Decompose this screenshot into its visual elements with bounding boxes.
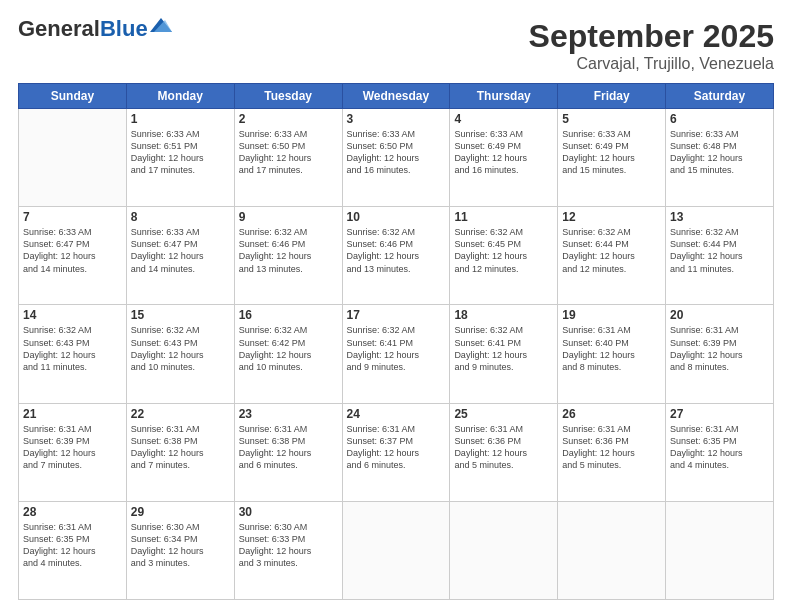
day-info: Sunrise: 6:33 AM Sunset: 6:50 PM Dayligh… (347, 128, 446, 177)
day-number: 29 (131, 505, 230, 519)
day-info: Sunrise: 6:32 AM Sunset: 6:44 PM Dayligh… (562, 226, 661, 275)
day-number: 16 (239, 308, 338, 322)
day-info: Sunrise: 6:31 AM Sunset: 6:37 PM Dayligh… (347, 423, 446, 472)
table-row (450, 501, 558, 599)
logo-text: GeneralBlue (18, 18, 148, 40)
table-row: 26Sunrise: 6:31 AM Sunset: 6:36 PM Dayli… (558, 403, 666, 501)
title-block: September 2025 Carvajal, Trujillo, Venez… (529, 18, 774, 73)
day-info: Sunrise: 6:30 AM Sunset: 6:33 PM Dayligh… (239, 521, 338, 570)
day-info: Sunrise: 6:32 AM Sunset: 6:42 PM Dayligh… (239, 324, 338, 373)
table-row: 19Sunrise: 6:31 AM Sunset: 6:40 PM Dayli… (558, 305, 666, 403)
day-info: Sunrise: 6:30 AM Sunset: 6:34 PM Dayligh… (131, 521, 230, 570)
day-number: 22 (131, 407, 230, 421)
day-info: Sunrise: 6:33 AM Sunset: 6:47 PM Dayligh… (131, 226, 230, 275)
day-info: Sunrise: 6:31 AM Sunset: 6:40 PM Dayligh… (562, 324, 661, 373)
day-number: 27 (670, 407, 769, 421)
day-info: Sunrise: 6:31 AM Sunset: 6:35 PM Dayligh… (670, 423, 769, 472)
col-monday: Monday (126, 84, 234, 109)
day-info: Sunrise: 6:32 AM Sunset: 6:46 PM Dayligh… (239, 226, 338, 275)
table-row: 6Sunrise: 6:33 AM Sunset: 6:48 PM Daylig… (666, 109, 774, 207)
table-row (19, 109, 127, 207)
table-row: 24Sunrise: 6:31 AM Sunset: 6:37 PM Dayli… (342, 403, 450, 501)
day-info: Sunrise: 6:32 AM Sunset: 6:43 PM Dayligh… (23, 324, 122, 373)
day-info: Sunrise: 6:33 AM Sunset: 6:49 PM Dayligh… (562, 128, 661, 177)
table-row: 29Sunrise: 6:30 AM Sunset: 6:34 PM Dayli… (126, 501, 234, 599)
day-number: 5 (562, 112, 661, 126)
day-info: Sunrise: 6:31 AM Sunset: 6:36 PM Dayligh… (454, 423, 553, 472)
table-row: 17Sunrise: 6:32 AM Sunset: 6:41 PM Dayli… (342, 305, 450, 403)
table-row: 13Sunrise: 6:32 AM Sunset: 6:44 PM Dayli… (666, 207, 774, 305)
day-number: 15 (131, 308, 230, 322)
day-number: 18 (454, 308, 553, 322)
calendar-week-row: 14Sunrise: 6:32 AM Sunset: 6:43 PM Dayli… (19, 305, 774, 403)
day-number: 25 (454, 407, 553, 421)
day-number: 7 (23, 210, 122, 224)
day-info: Sunrise: 6:31 AM Sunset: 6:39 PM Dayligh… (670, 324, 769, 373)
calendar-week-row: 21Sunrise: 6:31 AM Sunset: 6:39 PM Dayli… (19, 403, 774, 501)
day-number: 19 (562, 308, 661, 322)
table-row: 2Sunrise: 6:33 AM Sunset: 6:50 PM Daylig… (234, 109, 342, 207)
table-row: 7Sunrise: 6:33 AM Sunset: 6:47 PM Daylig… (19, 207, 127, 305)
day-info: Sunrise: 6:31 AM Sunset: 6:38 PM Dayligh… (239, 423, 338, 472)
day-number: 14 (23, 308, 122, 322)
day-number: 13 (670, 210, 769, 224)
day-info: Sunrise: 6:32 AM Sunset: 6:41 PM Dayligh… (454, 324, 553, 373)
day-info: Sunrise: 6:32 AM Sunset: 6:43 PM Dayligh… (131, 324, 230, 373)
col-friday: Friday (558, 84, 666, 109)
day-info: Sunrise: 6:31 AM Sunset: 6:36 PM Dayligh… (562, 423, 661, 472)
day-info: Sunrise: 6:31 AM Sunset: 6:38 PM Dayligh… (131, 423, 230, 472)
table-row: 25Sunrise: 6:31 AM Sunset: 6:36 PM Dayli… (450, 403, 558, 501)
day-info: Sunrise: 6:33 AM Sunset: 6:48 PM Dayligh… (670, 128, 769, 177)
day-number: 6 (670, 112, 769, 126)
day-info: Sunrise: 6:31 AM Sunset: 6:35 PM Dayligh… (23, 521, 122, 570)
day-number: 12 (562, 210, 661, 224)
table-row: 5Sunrise: 6:33 AM Sunset: 6:49 PM Daylig… (558, 109, 666, 207)
day-number: 26 (562, 407, 661, 421)
day-info: Sunrise: 6:33 AM Sunset: 6:50 PM Dayligh… (239, 128, 338, 177)
table-row: 18Sunrise: 6:32 AM Sunset: 6:41 PM Dayli… (450, 305, 558, 403)
day-number: 11 (454, 210, 553, 224)
day-number: 17 (347, 308, 446, 322)
table-row: 22Sunrise: 6:31 AM Sunset: 6:38 PM Dayli… (126, 403, 234, 501)
page-title: September 2025 (529, 18, 774, 55)
calendar-header-row: Sunday Monday Tuesday Wednesday Thursday… (19, 84, 774, 109)
logo: GeneralBlue (18, 18, 172, 40)
col-wednesday: Wednesday (342, 84, 450, 109)
day-number: 10 (347, 210, 446, 224)
table-row (342, 501, 450, 599)
page: GeneralBlue September 2025 Carvajal, Tru… (0, 0, 792, 612)
day-info: Sunrise: 6:32 AM Sunset: 6:41 PM Dayligh… (347, 324, 446, 373)
day-number: 2 (239, 112, 338, 126)
table-row: 11Sunrise: 6:32 AM Sunset: 6:45 PM Dayli… (450, 207, 558, 305)
day-number: 30 (239, 505, 338, 519)
calendar-table: Sunday Monday Tuesday Wednesday Thursday… (18, 83, 774, 600)
table-row: 4Sunrise: 6:33 AM Sunset: 6:49 PM Daylig… (450, 109, 558, 207)
day-number: 23 (239, 407, 338, 421)
day-number: 9 (239, 210, 338, 224)
day-number: 20 (670, 308, 769, 322)
header: GeneralBlue September 2025 Carvajal, Tru… (18, 18, 774, 73)
day-info: Sunrise: 6:33 AM Sunset: 6:49 PM Dayligh… (454, 128, 553, 177)
table-row (558, 501, 666, 599)
table-row: 28Sunrise: 6:31 AM Sunset: 6:35 PM Dayli… (19, 501, 127, 599)
table-row: 8Sunrise: 6:33 AM Sunset: 6:47 PM Daylig… (126, 207, 234, 305)
table-row: 30Sunrise: 6:30 AM Sunset: 6:33 PM Dayli… (234, 501, 342, 599)
day-info: Sunrise: 6:31 AM Sunset: 6:39 PM Dayligh… (23, 423, 122, 472)
day-info: Sunrise: 6:33 AM Sunset: 6:47 PM Dayligh… (23, 226, 122, 275)
col-saturday: Saturday (666, 84, 774, 109)
page-subtitle: Carvajal, Trujillo, Venezuela (529, 55, 774, 73)
day-number: 3 (347, 112, 446, 126)
day-info: Sunrise: 6:32 AM Sunset: 6:46 PM Dayligh… (347, 226, 446, 275)
day-number: 1 (131, 112, 230, 126)
table-row: 10Sunrise: 6:32 AM Sunset: 6:46 PM Dayli… (342, 207, 450, 305)
table-row: 27Sunrise: 6:31 AM Sunset: 6:35 PM Dayli… (666, 403, 774, 501)
calendar-week-row: 28Sunrise: 6:31 AM Sunset: 6:35 PM Dayli… (19, 501, 774, 599)
table-row: 12Sunrise: 6:32 AM Sunset: 6:44 PM Dayli… (558, 207, 666, 305)
calendar-week-row: 1Sunrise: 6:33 AM Sunset: 6:51 PM Daylig… (19, 109, 774, 207)
table-row: 15Sunrise: 6:32 AM Sunset: 6:43 PM Dayli… (126, 305, 234, 403)
table-row: 16Sunrise: 6:32 AM Sunset: 6:42 PM Dayli… (234, 305, 342, 403)
table-row: 20Sunrise: 6:31 AM Sunset: 6:39 PM Dayli… (666, 305, 774, 403)
col-thursday: Thursday (450, 84, 558, 109)
table-row: 21Sunrise: 6:31 AM Sunset: 6:39 PM Dayli… (19, 403, 127, 501)
logo-icon (150, 18, 172, 32)
